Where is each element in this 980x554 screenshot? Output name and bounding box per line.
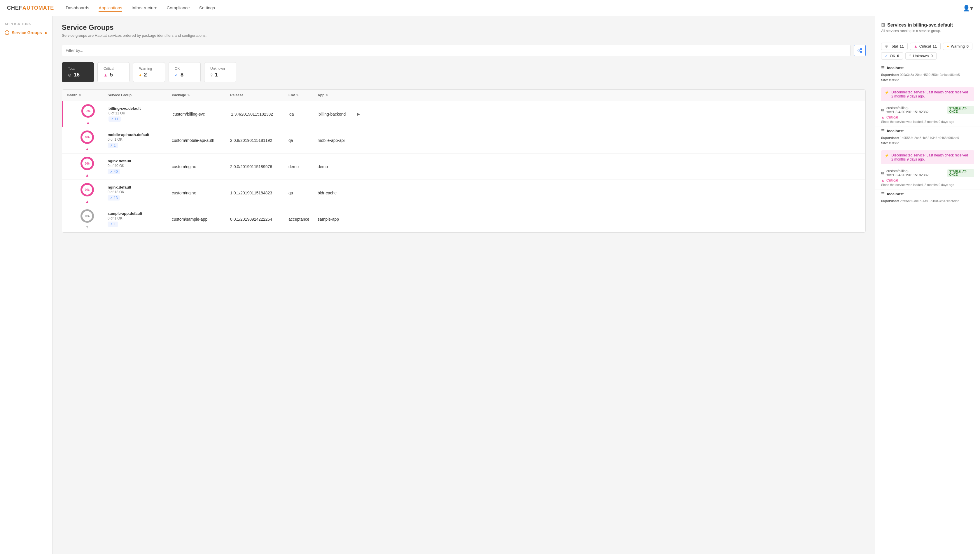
- hostname-3: localhost: [887, 192, 904, 196]
- status-icon: ▲: [85, 173, 89, 177]
- stat-unknown-label: Unknown: [210, 67, 230, 71]
- pkg-name-2: custom/billing-svc/1.3.4/20190115182382: [886, 169, 944, 177]
- env-cell: demo: [288, 164, 318, 169]
- stat-warning[interactable]: Warning ● 2: [133, 62, 165, 82]
- host-detail-1: Supervisor: 029a3a8a-20ac-4590-850e-9a4a…: [881, 72, 974, 85]
- env-cell: acceptance: [288, 217, 318, 222]
- health-cell: 0% ?: [67, 208, 108, 230]
- rp-stat-warning[interactable]: ● Warning 0: [943, 43, 972, 50]
- stat-ok[interactable]: OK ✓ 8: [169, 62, 200, 82]
- nav-dashboards[interactable]: Dashboards: [65, 4, 89, 12]
- rp-header: ⊞ Services in billing-svc.default All se…: [875, 16, 980, 39]
- health-cell: 0% ▲: [68, 103, 108, 125]
- donut-label: 0%: [85, 136, 89, 139]
- host-icon-1: ☰: [881, 65, 885, 70]
- stat-total-label: Total: [68, 67, 88, 71]
- th-package[interactable]: Package ⇅: [172, 93, 230, 97]
- nav-links: Dashboards Applications Infrastructure C…: [65, 4, 963, 12]
- release-cell: 2.0.0/20190115189976: [230, 164, 288, 169]
- stat-critical-label: Critical: [103, 67, 123, 71]
- member-count: 11: [115, 117, 118, 121]
- release-cell: 0.0.1/20190924222254: [230, 217, 288, 222]
- sg-count: 0 of 11 OK: [108, 111, 173, 115]
- alert-icon-2: ⚡: [885, 153, 889, 158]
- status-icon: ▲: [86, 120, 90, 125]
- rp-subtitle: All services running in a service group.: [881, 29, 974, 33]
- svg-point-1: [858, 50, 859, 51]
- table-row[interactable]: 0% ▲ mobile-api-auth.default 0 of 1 OK ↗…: [62, 127, 865, 153]
- nav-compliance[interactable]: Compliance: [167, 4, 189, 12]
- package-cell: custom/billing-svc: [173, 112, 231, 117]
- sort-package-icon: ⇅: [187, 94, 189, 97]
- rp-critical-icon: ▲: [914, 44, 918, 48]
- table-row[interactable]: 0% ▲ nginx.default 0 of 13 OK ↗ 13 custo…: [62, 180, 865, 206]
- critical-icon: ▲: [103, 73, 108, 77]
- unknown-icon: ?: [210, 73, 213, 77]
- rp-unknown-label: Unknown: [913, 54, 929, 58]
- rp-warning-value: 0: [967, 44, 969, 48]
- donut-chart: 0%: [80, 129, 95, 145]
- alert-box-2: ⚡ Disconnected service: Last health chec…: [881, 150, 974, 164]
- filter-input[interactable]: [62, 45, 851, 56]
- total-icon: ⊙: [68, 73, 72, 77]
- pkg-name-1: custom/billing-svc/1.3.4/20190115182382: [886, 106, 944, 114]
- nav-infrastructure[interactable]: Infrastructure: [132, 4, 157, 12]
- sidebar: APPLICATIONS + Service Groups ▶: [0, 16, 52, 554]
- rp-stat-ok[interactable]: ✓ OK 0: [881, 52, 903, 59]
- th-app[interactable]: App ⇅: [318, 93, 361, 97]
- rp-total-label: Total: [890, 44, 898, 48]
- service-pkg-2: ⊞ custom/billing-svc/1.3.4/2019011518238…: [881, 169, 974, 177]
- stability-badge-2: STABLE: AT-ONCE: [947, 169, 974, 177]
- sg-member-badge: ↗ 11: [108, 117, 121, 122]
- nav-settings[interactable]: Settings: [199, 4, 215, 12]
- stat-unknown[interactable]: Unknown ? 1: [204, 62, 236, 82]
- status-icon: ▲: [85, 199, 89, 204]
- table-row[interactable]: 0% ▲ billing-svc.default 0 of 11 OK ↗ 11…: [62, 101, 865, 127]
- user-menu[interactable]: 👤▾: [963, 5, 973, 12]
- chevron-right-icon: ▶: [45, 31, 48, 34]
- logo: CHEFAUTOMATE: [7, 5, 54, 11]
- stat-critical[interactable]: Critical ▲ 5: [97, 62, 129, 82]
- host-header-1: ☰ localhost: [881, 63, 974, 72]
- sg-name: nginx.default: [108, 159, 172, 163]
- stat-ok-value: 8: [181, 72, 183, 78]
- stat-total[interactable]: Total ⊙ 16: [62, 62, 94, 82]
- member-icon: ↗: [111, 117, 113, 121]
- table-row[interactable]: 0% ? sample-app.default 0 of 1 OK ↗ 1 cu…: [62, 206, 865, 232]
- nav-applications[interactable]: Applications: [99, 4, 122, 12]
- th-service-group[interactable]: Service Group: [108, 93, 172, 97]
- page-subtitle: Service groups are Habitat services orde…: [62, 33, 865, 38]
- share-button[interactable]: [854, 45, 865, 56]
- host-header-3: ☰ localhost: [881, 190, 974, 198]
- th-release[interactable]: Release: [230, 93, 288, 97]
- rp-unknown-icon: ?: [909, 54, 911, 58]
- filter-bar: [62, 45, 865, 56]
- hostname-2: localhost: [887, 129, 904, 133]
- sidebar-item-service-groups[interactable]: + Service Groups ▶: [0, 28, 52, 37]
- member-icon: ↗: [110, 222, 113, 226]
- th-health[interactable]: Health ⇅: [67, 93, 108, 97]
- critical-label-1: ▲ Critical: [881, 114, 974, 120]
- stat-critical-value: 5: [110, 72, 113, 78]
- sg-cell: mobile-api-auth.default 0 of 1 OK ↗ 1: [108, 130, 172, 151]
- rp-stat-unknown[interactable]: ? Unknown 0: [905, 52, 937, 59]
- service-section-3: ☰ localhost Supervisor: 2fb65869-de1b-43…: [875, 189, 980, 206]
- rp-stat-total[interactable]: ⊙ Total 11: [881, 43, 908, 50]
- env-cell: qa: [288, 138, 318, 143]
- top-nav: CHEFAUTOMATE Dashboards Applications Inf…: [0, 0, 980, 16]
- stat-warning-label: Warning: [139, 67, 159, 71]
- stat-warning-value: 2: [144, 72, 147, 78]
- status-icon: ▲: [85, 147, 89, 151]
- svg-line-4: [859, 49, 861, 50]
- stats-row: Total ⊙ 16 Critical ▲ 5 Warning ● 2: [62, 62, 865, 82]
- rp-stat-critical[interactable]: ▲ Critical 11: [910, 43, 940, 50]
- sg-count: 0 of 1 OK: [108, 137, 172, 142]
- rp-stats: ⊙ Total 11 ▲ Critical 11 ● Warning 0 ✓ O…: [875, 39, 980, 63]
- member-count: 40: [114, 169, 118, 174]
- sort-env-icon: ⇅: [296, 94, 298, 97]
- critical-time-2: Since the service was loaded, 2 months 9…: [881, 183, 974, 187]
- table-header: Health ⇅ Service Group Package ⇅ Release…: [62, 89, 865, 101]
- host-header-2: ☰ localhost: [881, 126, 974, 136]
- table-row[interactable]: 0% ▲ nginx.default 0 of 40 OK ↗ 40 custo…: [62, 153, 865, 180]
- th-env[interactable]: Env ⇅: [288, 93, 318, 97]
